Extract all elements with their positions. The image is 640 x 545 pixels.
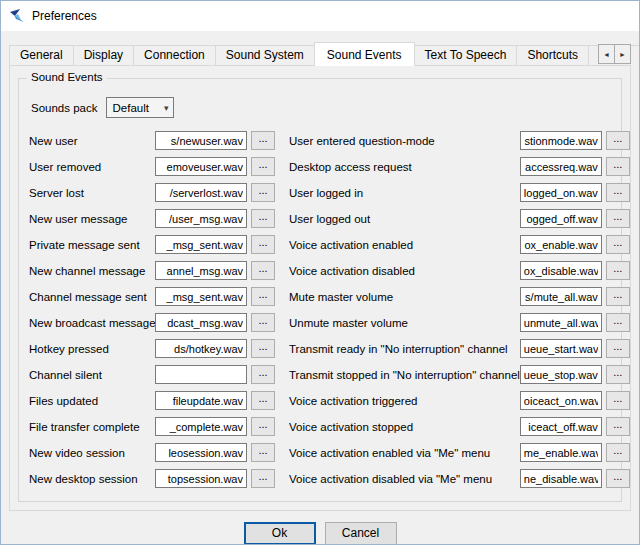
sound-event-row: Hotkey pressed ...: [29, 339, 275, 358]
sound-event-row: Channel message sent ...: [29, 287, 275, 306]
browse-button[interactable]: ...: [251, 417, 275, 436]
browse-button[interactable]: ...: [606, 157, 630, 176]
cancel-button[interactable]: Cancel: [325, 522, 397, 545]
tab-scroll-right-button[interactable]: ►: [614, 44, 631, 64]
tab-scroll-left-button[interactable]: ◄: [598, 44, 615, 64]
sound-event-label: User logged out: [289, 213, 520, 225]
browse-button[interactable]: ...: [606, 469, 630, 488]
tabbar: GeneralDisplayConnectionSound SystemSoun…: [9, 41, 631, 65]
sound-file-input[interactable]: [155, 235, 247, 254]
browse-button[interactable]: ...: [606, 313, 630, 332]
footer: Ok Cancel: [1, 511, 639, 545]
browse-button[interactable]: ...: [251, 469, 275, 488]
sound-file-input[interactable]: [155, 209, 247, 228]
browse-button[interactable]: ...: [251, 365, 275, 384]
browse-button[interactable]: ...: [606, 183, 630, 202]
browse-button[interactable]: ...: [251, 313, 275, 332]
tab-text-to-speech[interactable]: Text To Speech: [414, 45, 518, 65]
sound-file-input[interactable]: [520, 469, 602, 488]
sound-file-input[interactable]: [520, 235, 602, 254]
sound-file-input[interactable]: [155, 313, 247, 332]
sound-event-row: User logged out ...: [289, 209, 630, 228]
sound-file-input[interactable]: [520, 391, 602, 410]
sound-file-input[interactable]: [155, 365, 247, 384]
browse-button[interactable]: ...: [251, 235, 275, 254]
sound-file-input[interactable]: [155, 443, 247, 462]
browse-button[interactable]: ...: [606, 391, 630, 410]
sound-event-row: Voice activation enabled ...: [289, 235, 630, 254]
sound-event-label: Transmit ready in "No interruption" chan…: [289, 343, 520, 355]
browse-button[interactable]: ...: [251, 287, 275, 306]
sound-event-label: New video session: [29, 447, 155, 459]
tab-scroll-control: ◄ ►: [598, 44, 631, 64]
browse-button[interactable]: ...: [251, 209, 275, 228]
sound-event-row: New video session ...: [29, 443, 275, 462]
sound-events-pane: Sound Events Sounds pack Default ▾ New u…: [9, 65, 631, 511]
browse-button[interactable]: ...: [251, 131, 275, 150]
sound-event-label: Private message sent: [29, 239, 155, 251]
tab-sound-events[interactable]: Sound Events: [314, 42, 415, 66]
sound-file-input[interactable]: [520, 365, 602, 384]
browse-button[interactable]: ...: [251, 183, 275, 202]
browse-button[interactable]: ...: [606, 261, 630, 280]
sound-file-input[interactable]: [520, 131, 602, 150]
sound-event-label: User logged in: [289, 187, 520, 199]
sound-event-row: User removed ...: [29, 157, 275, 176]
browse-button[interactable]: ...: [606, 209, 630, 228]
sound-file-input[interactable]: [520, 339, 602, 358]
sound-file-input[interactable]: [520, 261, 602, 280]
tab-connection[interactable]: Connection: [133, 45, 216, 65]
sound-file-input[interactable]: [155, 417, 247, 436]
sound-file-input[interactable]: [155, 131, 247, 150]
sounds-pack-select[interactable]: Default ▾: [106, 97, 174, 118]
browse-button[interactable]: ...: [606, 443, 630, 462]
sound-event-row: New broadcast message ...: [29, 313, 275, 332]
ok-button[interactable]: Ok: [244, 522, 316, 545]
sound-file-input[interactable]: [520, 209, 602, 228]
sound-event-label: Voice activation enabled: [289, 239, 520, 251]
browse-button[interactable]: ...: [251, 339, 275, 358]
browse-button[interactable]: ...: [606, 131, 630, 150]
sound-file-input[interactable]: [155, 391, 247, 410]
sound-file-input[interactable]: [520, 287, 602, 306]
sound-file-input[interactable]: [155, 183, 247, 202]
sound-event-columns: New user ... User removed ... Server los…: [29, 131, 611, 495]
sound-event-row: Desktop access request ...: [289, 157, 630, 176]
sound-event-row: User entered question-mode ...: [289, 131, 630, 150]
sound-event-row: Voice activation disabled ...: [289, 261, 630, 280]
groupbox-title: Sound Events: [27, 71, 107, 83]
sound-file-input[interactable]: [520, 443, 602, 462]
sound-file-input[interactable]: [155, 261, 247, 280]
sound-file-input[interactable]: [520, 313, 602, 332]
sound-event-label: User entered question-mode: [289, 135, 520, 147]
tab-shortcuts[interactable]: Shortcuts: [516, 45, 589, 65]
sound-file-input[interactable]: [155, 287, 247, 306]
browse-button[interactable]: ...: [251, 261, 275, 280]
sound-file-input[interactable]: [155, 339, 247, 358]
sound-file-input[interactable]: [520, 417, 602, 436]
sound-file-input[interactable]: [520, 157, 602, 176]
sound-event-label: New channel message: [29, 265, 155, 277]
sound-event-row: New user message ...: [29, 209, 275, 228]
tab-sound-system[interactable]: Sound System: [215, 45, 315, 65]
browse-button[interactable]: ...: [251, 443, 275, 462]
sound-event-row: Private message sent ...: [29, 235, 275, 254]
browse-button[interactable]: ...: [606, 339, 630, 358]
tab-display[interactable]: Display: [73, 45, 134, 65]
sound-event-label: Channel silent: [29, 369, 155, 381]
browse-button[interactable]: ...: [606, 365, 630, 384]
sound-events-groupbox: Sound Events Sounds pack Default ▾ New u…: [18, 78, 622, 502]
browse-button[interactable]: ...: [606, 417, 630, 436]
sound-file-input[interactable]: [155, 469, 247, 488]
browse-button[interactable]: ...: [251, 157, 275, 176]
sounds-pack-value: Default: [113, 102, 149, 114]
sound-file-input[interactable]: [520, 183, 602, 202]
sound-event-row: Channel silent ...: [29, 365, 275, 384]
sound-event-row: Voice activation enabled via "Me" menu .…: [289, 443, 630, 462]
sound-event-row: Transmit stopped in "No interruption" ch…: [289, 365, 630, 384]
browse-button[interactable]: ...: [606, 235, 630, 254]
browse-button[interactable]: ...: [606, 287, 630, 306]
sound-file-input[interactable]: [155, 157, 247, 176]
tab-general[interactable]: General: [9, 45, 74, 65]
browse-button[interactable]: ...: [251, 391, 275, 410]
